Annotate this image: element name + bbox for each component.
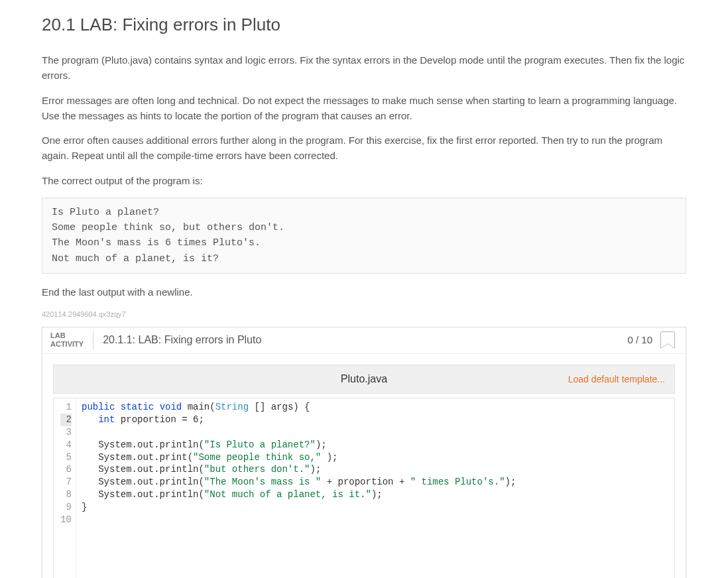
code-line[interactable]: public static void main(String [] args) … <box>82 401 669 414</box>
lab-activity-label: LAB ACTIVITY <box>50 331 93 350</box>
assignment-page: 20.1 LAB: Fixing errors in Pluto The pro… <box>39 0 689 578</box>
code-line[interactable]: System.out.println("but others don't."); <box>82 463 669 476</box>
description-paragraph: The program (Pluto.java) contains syntax… <box>42 52 689 84</box>
file-tab-bar: Pluto.java Load default template... <box>53 365 675 394</box>
line-number: 2 <box>60 414 72 426</box>
editor-gutter: 12345678910 <box>54 398 76 578</box>
expected-output: Is Pluto a planet? Some people think so,… <box>42 198 686 274</box>
code-line[interactable]: System.out.println("Not much of a planet… <box>82 489 669 501</box>
line-number: 10 <box>60 514 72 526</box>
post-output-note: End the last output with a newline. <box>42 284 689 300</box>
activity-body: Pluto.java Load default template... 1234… <box>42 354 686 578</box>
lab-label-line2: ACTIVITY <box>50 340 84 348</box>
line-number: 6 <box>60 463 72 476</box>
line-number: 1 <box>60 401 72 414</box>
score-badge-icon <box>660 331 675 349</box>
activity-title: 20.1.1: LAB: Fixing errors in Pluto <box>93 332 627 348</box>
line-number: 8 <box>60 489 72 501</box>
lab-activity-card: LAB ACTIVITY 20.1.1: LAB: Fixing errors … <box>42 327 686 579</box>
code-line[interactable]: int proportion = 6; <box>82 414 669 426</box>
file-name: Pluto.java <box>341 371 387 387</box>
lab-label-line1: LAB <box>50 331 66 339</box>
code-line[interactable] <box>82 514 669 526</box>
line-number: 5 <box>60 451 72 464</box>
code-line[interactable]: } <box>82 501 669 514</box>
description-paragraph: The correct output of the program is: <box>42 173 689 188</box>
activity-header: LAB ACTIVITY 20.1.1: LAB: Fixing errors … <box>42 327 686 355</box>
description-paragraph: One error often causes additional errors… <box>42 133 689 164</box>
editor-code-area[interactable]: public static void main(String [] args) … <box>76 398 674 578</box>
line-number: 9 <box>60 501 72 514</box>
code-line[interactable] <box>82 426 669 439</box>
activity-score: 0 / 10 <box>627 333 660 348</box>
description-paragraph: Error messages are often long and techni… <box>42 93 689 124</box>
code-line[interactable]: System.out.println("The Moon's mass is "… <box>82 476 669 489</box>
code-editor[interactable]: 12345678910 public static void main(Stri… <box>53 398 675 578</box>
page-title: 20.1 LAB: Fixing errors in Pluto <box>42 12 689 38</box>
hash-id: 420114.2949604.qx3zqy7 <box>42 309 689 320</box>
line-number: 7 <box>60 476 72 489</box>
code-line[interactable]: System.out.println("Is Pluto a planet?")… <box>82 439 669 451</box>
line-number: 3 <box>60 426 72 439</box>
line-number: 4 <box>60 439 72 451</box>
load-default-template-link[interactable]: Load default template... <box>568 373 665 386</box>
code-line[interactable]: System.out.print("Some people think so,"… <box>82 451 669 464</box>
